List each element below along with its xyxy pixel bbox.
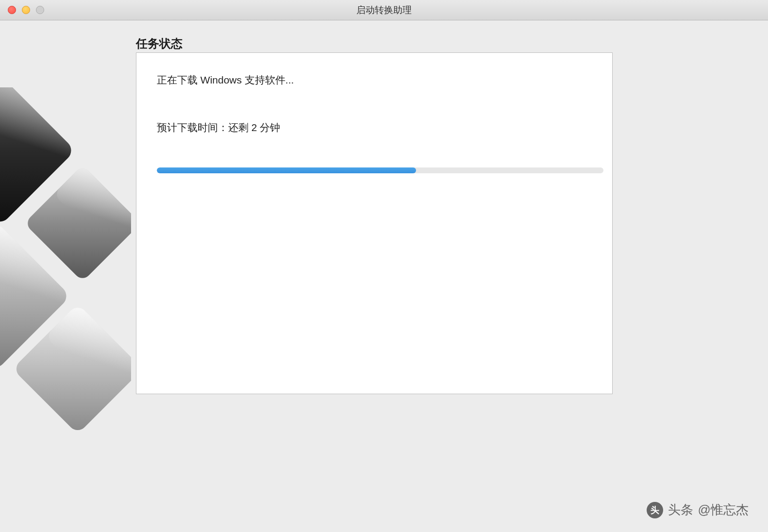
progress-bar-fill — [157, 167, 416, 173]
section-heading: 任务状态 — [136, 36, 183, 51]
zoom-button[interactable] — [36, 6, 44, 14]
svg-rect-5 — [0, 220, 71, 333]
svg-rect-2 — [24, 165, 131, 282]
watermark: 头 头条 @惟忘杰 — [647, 501, 749, 518]
window-titlebar: 启动转换助理 — [0, 0, 768, 20]
svg-rect-1 — [0, 87, 76, 188]
svg-rect-7 — [45, 304, 131, 402]
content-panel: 正在下载 Windows 支持软件... 预计下载时间：还剩 2 分钟 — [136, 52, 613, 394]
watermark-prefix: 头条 — [668, 501, 693, 518]
svg-rect-4 — [0, 220, 71, 371]
estimate-text: 预计下载时间：还剩 2 分钟 — [157, 121, 280, 134]
window-title: 启动转换助理 — [356, 4, 412, 17]
svg-rect-0 — [0, 87, 76, 226]
boot-camp-icon — [0, 87, 131, 437]
watermark-icon: 头 — [647, 502, 663, 518]
status-text: 正在下载 Windows 支持软件... — [157, 73, 294, 87]
minimize-button[interactable] — [22, 6, 30, 14]
svg-rect-3 — [53, 165, 131, 252]
close-button[interactable] — [8, 6, 16, 14]
svg-rect-6 — [13, 304, 131, 434]
progress-bar — [157, 167, 603, 173]
traffic-lights — [0, 6, 44, 14]
watermark-handle: @惟忘杰 — [698, 501, 749, 518]
